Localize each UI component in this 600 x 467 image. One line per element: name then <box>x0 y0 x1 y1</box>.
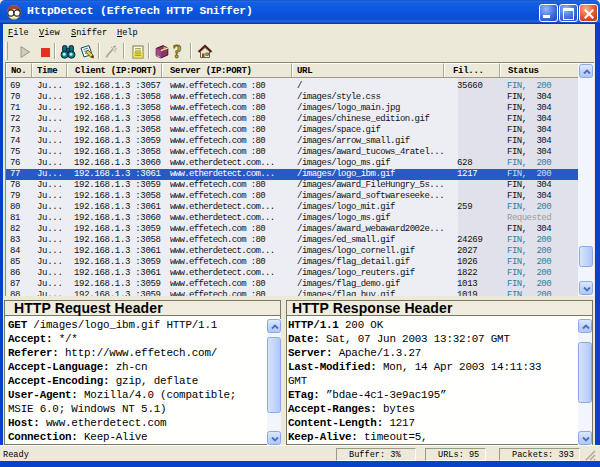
svg-text:?: ? <box>173 44 182 60</box>
